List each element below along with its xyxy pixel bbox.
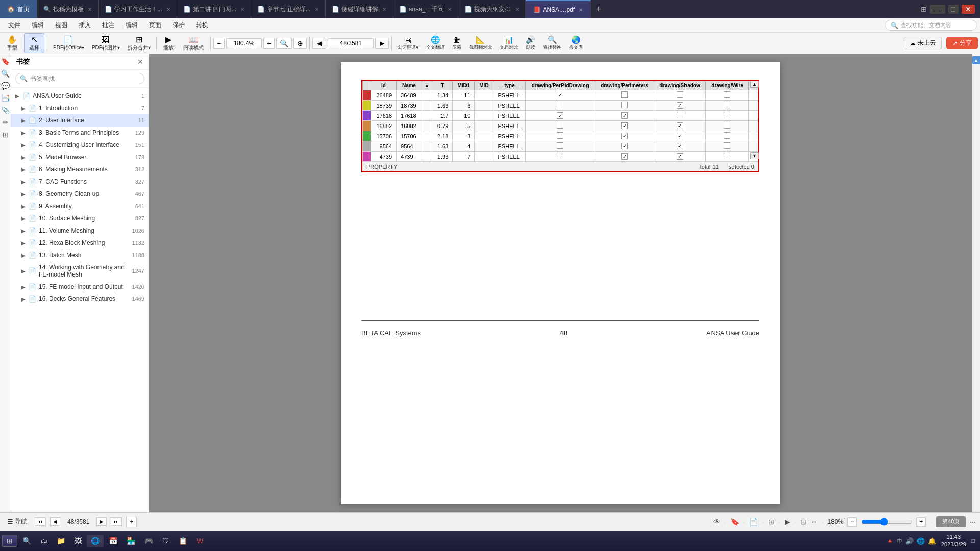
tree-item-batch[interactable]: ▶ 📄 13. Batch Mesh 1188 <box>11 249 149 261</box>
tab-detail-close[interactable]: ✕ <box>382 7 386 12</box>
left-pages-btn[interactable]: 📑 <box>1 94 10 102</box>
status-zoom-plus[interactable]: + <box>916 517 926 527</box>
tab-chapter7-close[interactable]: ✕ <box>315 7 319 12</box>
tree-item-model-browser[interactable]: ▶ 📄 5. Model Browser 178 <box>11 151 149 163</box>
taskbar-clip-btn[interactable]: 📋 <box>175 535 191 547</box>
taskbar-game-btn[interactable]: 🎮 <box>140 535 157 547</box>
nav-mode-btn[interactable]: ☰ 导航 <box>4 516 31 528</box>
status-zoom-minus[interactable]: − <box>847 517 857 527</box>
tray-speaker-icon[interactable]: 🔊 <box>905 537 914 545</box>
split-merge-btn[interactable]: ⊞ 拆分合并▾ <box>125 34 154 53</box>
page-next-btn[interactable]: ▶ <box>375 38 389 49</box>
taskbar-explorer-btn[interactable]: 📁 <box>53 535 69 547</box>
print-btn[interactable]: 🖨 划词翻译▾ <box>395 35 422 52</box>
tree-item-ansa-guide[interactable]: ▶ 📄 ANSA User Guide 1 <box>11 90 149 102</box>
taskbar-photos-btn[interactable]: 🖼 <box>70 535 86 547</box>
pdf-to-office-btn[interactable]: 📄 PDF转Office▾ <box>50 34 87 53</box>
tab-outline-close[interactable]: ✕ <box>515 7 519 12</box>
screenshot-btn[interactable]: 📐 截图翻对比 <box>466 34 495 52</box>
tree-item-measurements[interactable]: ▶ 📄 6. Making Measurements 312 <box>11 163 149 176</box>
left-comment-btn[interactable]: 💬 <box>1 82 10 90</box>
status-add-page-btn[interactable]: + <box>126 517 137 527</box>
menu-file[interactable]: 文件 <box>3 19 26 31</box>
search-web-btn[interactable]: 🌏 搜文库 <box>566 34 586 52</box>
left-bookmark-btn[interactable]: 🔖 <box>1 57 10 65</box>
cloud-save-btn[interactable]: ☁ 未上云 <box>904 37 942 49</box>
taskbar-store-btn[interactable]: 🏪 <box>122 535 139 547</box>
menu-view[interactable]: 视图 <box>50 19 72 31</box>
tree-item-basics[interactable]: ▶ 📄 3. Basic Terms and Principles 129 <box>11 127 149 139</box>
table-scroll-down-btn[interactable]: ▼ <box>750 152 759 159</box>
status-prev-btn[interactable]: ◀ <box>50 517 60 526</box>
status-more-btn[interactable]: ··· <box>970 518 976 526</box>
tree-item-ui[interactable]: ▶ 📄 2. User Interface 11 <box>11 114 149 127</box>
tab-detail[interactable]: 📄 侧碰详细讲解 ✕ <box>326 0 393 18</box>
zoom-slider[interactable] <box>861 518 912 526</box>
tree-item-cad[interactable]: ▶ 📄 7. CAD Functions 327 <box>11 176 149 188</box>
menu-page[interactable]: 页面 <box>144 19 166 31</box>
menu-edit2[interactable]: 编辑 <box>120 19 143 31</box>
menu-convert[interactable]: 转换 <box>191 19 213 31</box>
compare-btn[interactable]: 📊 文档对比 <box>497 34 521 52</box>
zoom-plus-btn[interactable]: + <box>263 38 275 49</box>
tab-template[interactable]: 🔍 找稿壳模板 ✕ <box>37 0 99 18</box>
left-layer-btn[interactable]: ⊞ <box>3 131 9 139</box>
tree-item-intro[interactable]: ▶ 📄 1. Introduction 7 <box>11 102 149 114</box>
status-next-btn[interactable]: ▶ <box>96 517 107 526</box>
tab-study-close[interactable]: ✕ <box>166 7 170 12</box>
menu-annotate[interactable]: 批注 <box>97 19 119 31</box>
hand-tool-btn[interactable]: ✋ 手型 <box>2 34 22 53</box>
menu-edit[interactable]: 编辑 <box>27 19 49 31</box>
tab-outline[interactable]: 📄 视频大纲安排 ✕ <box>458 0 526 18</box>
taskbar-wps-btn[interactable]: W <box>192 535 207 547</box>
taskbar-search-btn[interactable]: 🔍 <box>18 535 35 547</box>
window-min-btn[interactable]: — <box>930 5 945 14</box>
tab-ansa-pdf[interactable]: 📕 ANSA....pdf ✕ <box>526 0 591 18</box>
tree-item-fe-io[interactable]: ▶ 📄 15. FE-model Input and Output 1420 <box>11 281 149 293</box>
tray-network-icon[interactable]: 🌐 <box>917 537 925 545</box>
tab-lecture2-close[interactable]: ✕ <box>240 7 244 12</box>
col-sort[interactable]: ▲ <box>422 81 432 90</box>
window-layout-btn[interactable]: ⊞ <box>921 5 927 13</box>
sidebar-close-btn[interactable]: ✕ <box>137 58 143 66</box>
tree-item-custom[interactable]: ▶ 📄 4. Customizing User Interface 151 <box>11 139 149 151</box>
taskbar-security-btn[interactable]: 🛡 <box>158 535 174 547</box>
left-attach-btn[interactable]: 📎 <box>1 106 10 114</box>
new-tab-button[interactable]: + <box>591 0 606 18</box>
search-function-bar[interactable]: 🔍 查找功能、文档内容 <box>885 20 977 31</box>
play-btn[interactable]: ▶ 播放 <box>159 34 178 53</box>
left-sign-btn[interactable]: ✏ <box>3 118 9 127</box>
tab-template-close[interactable]: ✕ <box>88 7 92 12</box>
system-clock[interactable]: 11:43 2023/3/29 <box>939 533 968 549</box>
tree-item-hexa[interactable]: ▶ 📄 12. Hexa Block Meshing 1132 <box>11 237 149 249</box>
status-last-btn[interactable]: ⏭ <box>111 517 122 526</box>
tray-icons-area[interactable]: 🔺 <box>886 537 894 544</box>
menu-protect[interactable]: 保护 <box>167 19 190 31</box>
taskbar-calendar-btn[interactable]: 📅 <box>105 535 121 547</box>
tab-chapter7[interactable]: 📄 章节七 正确详... ✕ <box>251 0 325 18</box>
read-aloud-btn[interactable]: 🔊 朗读 <box>523 34 538 52</box>
zoom-minus-btn[interactable]: − <box>213 38 225 49</box>
page-prev-btn[interactable]: ◀ <box>312 38 326 49</box>
tree-item-assembly[interactable]: ▶ 📄 9. Assembly 641 <box>11 200 149 212</box>
window-max-btn[interactable]: □ <box>948 5 959 14</box>
menu-insert[interactable]: 插入 <box>74 19 96 31</box>
tree-item-geocleanup[interactable]: ▶ 📄 8. Geometry Clean-up 467 <box>11 188 149 200</box>
tree-item-working[interactable]: ▶ 📄 14. Working with Geometry and FE-mod… <box>11 261 149 281</box>
tab-ansa-q-close[interactable]: ✕ <box>448 7 452 12</box>
table-scroll-up-btn[interactable]: ▲ <box>750 81 759 88</box>
page-input-field[interactable]: 48/3581 <box>328 38 374 48</box>
tray-notification-btn[interactable]: □ <box>971 537 975 544</box>
tree-item-decks[interactable]: ▶ 📄 16. Decks General Features 1469 <box>11 293 149 305</box>
sidebar-search-input[interactable] <box>30 75 140 82</box>
share-btn[interactable]: ↗ 分享 <box>946 37 978 49</box>
read-mode-btn[interactable]: 📖 阅读模式 <box>179 34 208 53</box>
taskbar-widgets-btn[interactable]: 🗂 <box>36 535 52 547</box>
tab-study[interactable]: 📄 学习工作生活！... ✕ <box>99 0 177 18</box>
tab-ansa-pdf-close[interactable]: ✕ <box>579 7 583 13</box>
zoom-fit-btn[interactable]: 🔍 <box>276 38 292 49</box>
win-start-btn[interactable]: ⊞ <box>2 535 17 547</box>
window-close-btn[interactable]: ✕ <box>962 5 975 14</box>
zoom-reset-btn[interactable]: ⊕ <box>293 38 307 49</box>
taskbar-browser-btn[interactable]: 🌐 <box>87 535 104 547</box>
